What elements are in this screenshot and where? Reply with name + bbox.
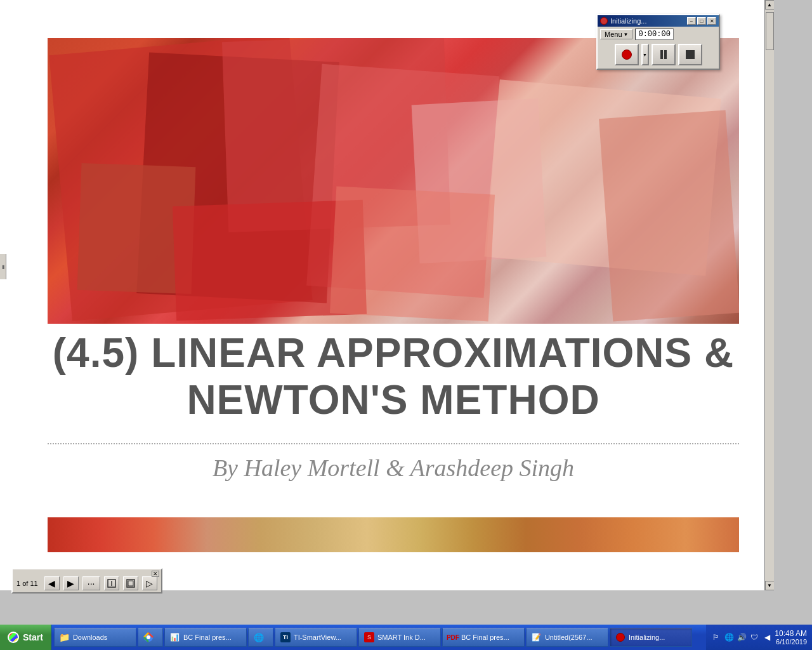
bc-pres-2-icon: PDF xyxy=(448,632,458,642)
slide-title-line1: (4.5) LINEAR APPROXIMATIONS & xyxy=(48,330,739,377)
recording-widget: Initializing... − □ ✕ Menu ▼ 0:00:00 ▼ xyxy=(596,14,720,70)
taskbar-item-ie[interactable]: 🌐 xyxy=(248,628,273,647)
tray-icon-volume[interactable]: 🔊 xyxy=(737,632,747,642)
smart-ink-icon: S xyxy=(364,632,374,642)
system-clock[interactable]: 10:48 AM 6/10/2019 xyxy=(775,629,807,646)
recording-title-text: Initializing... xyxy=(610,17,646,25)
fullscreen-icon xyxy=(126,579,135,588)
untitled-icon: 📝 xyxy=(532,632,542,642)
slide-subtitle: By Haley Mortell & Arashdeep Singh xyxy=(48,454,739,482)
recording-close-button[interactable]: ✕ xyxy=(707,17,716,25)
taskbar-items: 📁 Downloads 📊 BC Final pres... 🌐 xyxy=(51,625,706,650)
recording-dropdown-button[interactable]: ▼ xyxy=(641,44,649,65)
nav-close-button[interactable]: ✕ xyxy=(152,571,159,577)
recording-titlebar: Initializing... − □ ✕ xyxy=(598,15,719,27)
taskbar-item-untitled[interactable]: 📝 Untitled(2567... xyxy=(526,628,608,647)
recording-menu-row: Menu ▼ 0:00:00 xyxy=(598,27,719,42)
pause-icon xyxy=(660,50,667,59)
clock-time: 10:48 AM xyxy=(775,629,807,638)
nav-fullscreen-button[interactable] xyxy=(123,576,138,590)
clock-date: 6/10/2019 xyxy=(775,638,807,646)
taskbar-item-smart-ink-label: SMART Ink D... xyxy=(377,633,426,641)
tray-icon-network[interactable]: 🌐 xyxy=(724,632,734,642)
taskbar-item-untitled-label: Untitled(2567... xyxy=(545,633,593,641)
recording-titlebar-controls: − □ ✕ xyxy=(687,17,716,25)
initializing-icon xyxy=(615,632,625,642)
slide-counter: 1 of 11 xyxy=(16,580,38,587)
left-edge-handle[interactable]: ▮ xyxy=(0,254,6,279)
nav-menu-button[interactable]: ··· xyxy=(82,576,100,590)
slide-bottom-strip xyxy=(48,517,739,552)
taskbar-item-downloads[interactable]: 📁 Downloads xyxy=(54,628,136,647)
system-tray: 🏳 🌐 🔊 🛡 ◀ 10:48 AM 6/10/2019 xyxy=(706,625,812,650)
taskbar-item-bc-pres-1-label: BC Final pres... xyxy=(183,633,232,641)
ti-smartview-icon: TI xyxy=(280,632,291,642)
recording-pause-button[interactable] xyxy=(652,44,676,65)
nav-prev-button[interactable]: ◀ xyxy=(44,576,60,590)
tray-icon-shield[interactable]: 🛡 xyxy=(749,632,759,642)
slide-separator xyxy=(48,443,739,444)
tray-icon-flag[interactable]: 🏳 xyxy=(711,632,721,642)
recording-time-display: 0:00:00 xyxy=(635,29,673,40)
taskbar-item-chrome[interactable] xyxy=(138,628,163,647)
svg-point-5 xyxy=(147,635,150,639)
taskbar-item-initializing-label: Initializing... xyxy=(629,633,665,641)
stop-icon xyxy=(686,50,695,59)
scrollbar[interactable]: ▲ ▼ xyxy=(764,0,774,590)
recording-titlebar-title: Initializing... xyxy=(600,17,646,25)
art-rect-10 xyxy=(330,187,495,322)
scroll-thumb[interactable] xyxy=(766,12,774,50)
recording-record-button[interactable] xyxy=(615,44,639,65)
downloads-icon: 📁 xyxy=(60,632,70,642)
slide-title: (4.5) LINEAR APPROXIMATIONS & NEWTON'S M… xyxy=(48,330,739,423)
svg-rect-3 xyxy=(128,581,133,586)
bc-pres-1-icon: 📊 xyxy=(170,632,180,642)
taskbar-item-bc-pres-2-label: BC Final pres... xyxy=(461,633,509,641)
slide-nav-toolbar: ✕ 1 of 11 ◀ ▶ ··· ▷ xyxy=(11,568,162,594)
chrome-icon xyxy=(143,632,154,642)
recording-stop-button[interactable] xyxy=(678,44,702,65)
taskbar-item-bc-pres-2[interactable]: PDF BC Final pres... xyxy=(442,628,525,647)
slide-title-line2: NEWTON'S METHOD xyxy=(48,377,739,424)
ie-icon: 🌐 xyxy=(254,632,264,642)
start-logo xyxy=(8,632,19,643)
start-label: Start xyxy=(23,632,43,642)
recording-controls-row: ▼ xyxy=(598,42,719,69)
scroll-down-arrow[interactable]: ▼ xyxy=(765,581,775,590)
taskbar-item-ti-smartview[interactable]: TI TI-SmartView... xyxy=(275,628,357,647)
recording-restore-button[interactable]: □ xyxy=(697,17,706,25)
record-dot-icon xyxy=(622,50,632,60)
taskbar-item-bc-pres-1[interactable]: 📊 BC Final pres... xyxy=(164,628,247,647)
slide-image xyxy=(48,38,739,324)
nav-arrow-button[interactable]: ▷ xyxy=(142,576,157,590)
recording-minimize-button[interactable]: − xyxy=(687,17,696,25)
taskbar-item-initializing[interactable]: Initializing... xyxy=(610,628,692,647)
recording-menu-button[interactable]: Menu ▼ xyxy=(600,29,632,39)
nav-insert-button[interactable] xyxy=(104,576,119,590)
taskbar: Start 📁 Downloads 📊 BC Final pres... xyxy=(0,625,812,650)
taskbar-item-smart-ink[interactable]: S SMART Ink D... xyxy=(358,628,441,647)
taskbar-item-downloads-label: Downloads xyxy=(73,633,107,641)
recording-status-icon xyxy=(600,17,608,25)
art-rect-7 xyxy=(599,110,739,321)
start-button[interactable]: Start xyxy=(0,625,51,650)
slide-container: (4.5) LINEAR APPROXIMATIONS & NEWTON'S M… xyxy=(0,0,774,590)
tray-icon-chevron[interactable]: ◀ xyxy=(762,632,772,642)
taskbar-item-ti-label: TI-SmartView... xyxy=(294,633,341,641)
insert-icon xyxy=(107,579,116,588)
scroll-up-arrow[interactable]: ▲ xyxy=(765,0,775,10)
nav-next-button[interactable]: ▶ xyxy=(63,576,79,590)
